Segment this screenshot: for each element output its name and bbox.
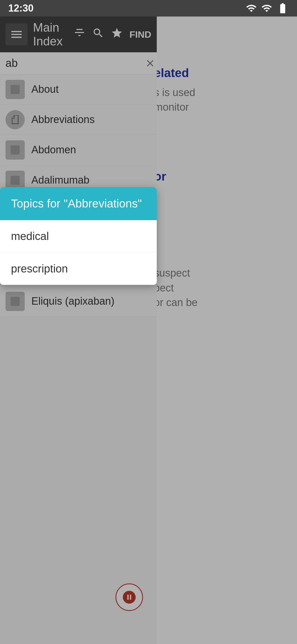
bg-text-or: or xyxy=(154,170,292,183)
battery-icon xyxy=(277,2,289,14)
bg-text-elated: elated xyxy=(154,66,292,80)
popup-overlay: Topics for "Abbreviations" medical presc… xyxy=(0,17,157,644)
popup-title: Topics for "Abbreviations" xyxy=(11,197,142,210)
popup-header: Topics for "Abbreviations" xyxy=(0,187,157,220)
popup-item-prescription[interactable]: prescription xyxy=(0,253,157,285)
status-bar: 12:30 xyxy=(0,0,297,17)
popup-item-medical-label: medical xyxy=(11,230,49,242)
popup-item-medical[interactable]: medical xyxy=(0,220,157,253)
status-icons xyxy=(246,2,289,14)
popup-card: Topics for "Abbreviations" medical presc… xyxy=(0,187,157,285)
signal-icon xyxy=(261,3,272,14)
background-right-panel: elated s is used monitor or suspect pect… xyxy=(148,17,297,644)
bg-text-suspect: suspect pect or can be xyxy=(154,266,292,310)
popup-item-prescription-label: prescription xyxy=(11,263,68,275)
status-time: 12:30 xyxy=(8,2,34,14)
wifi-icon xyxy=(246,3,257,14)
main-panel: Main Index FIND xyxy=(0,17,157,644)
bg-text-used: s is used monitor xyxy=(154,85,292,114)
